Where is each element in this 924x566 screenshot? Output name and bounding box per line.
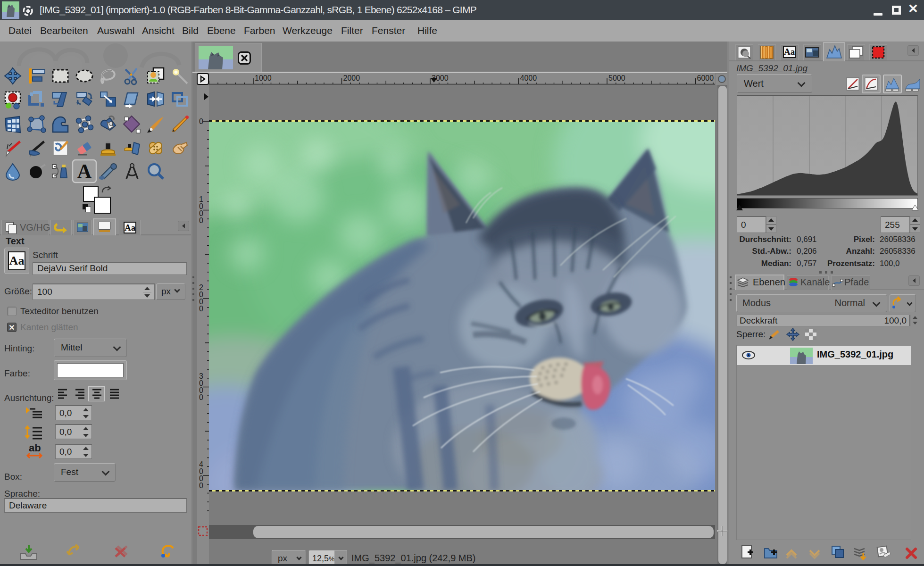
- svg-text:A: A: [77, 160, 92, 182]
- svg-text:0: 0: [199, 216, 203, 225]
- svg-text:6000: 6000: [697, 74, 714, 82]
- svg-text:0: 0: [199, 305, 203, 313]
- svg-text:0: 0: [199, 117, 203, 125]
- svg-text:1000: 1000: [255, 74, 272, 82]
- svg-text:4000: 4000: [520, 74, 537, 82]
- svg-text:0: 0: [199, 393, 203, 401]
- svg-text:0: 0: [199, 482, 203, 490]
- svg-text:ab: ab: [29, 443, 41, 454]
- svg-text:2000: 2000: [343, 74, 360, 82]
- svg-text:5000: 5000: [608, 74, 625, 82]
